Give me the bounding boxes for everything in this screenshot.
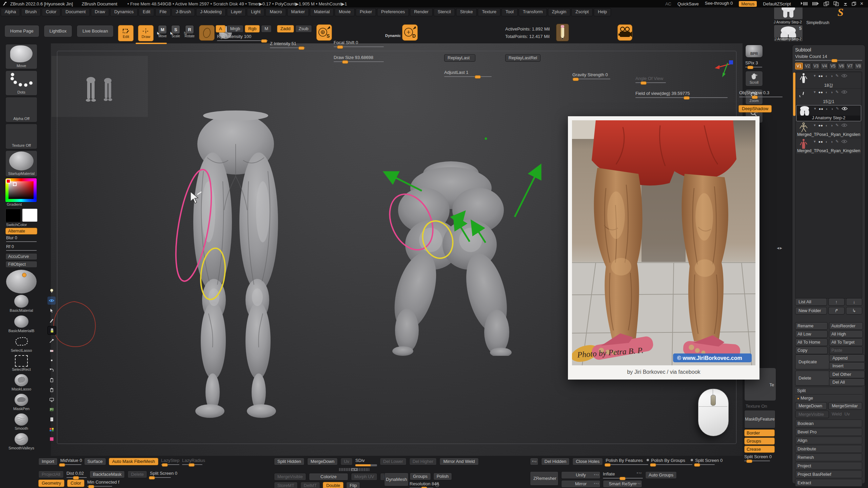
copy-button[interactable]: Copy [795,347,828,354]
menu-document[interactable]: Document [61,8,90,16]
bevel-pro-button[interactable]: Bevel Pro [795,428,862,436]
menus-button[interactable]: Menus [739,1,757,7]
menu-tool[interactable]: Tool [501,8,518,16]
swatch-tool[interactable] [47,435,56,443]
visibility-eye-icon[interactable] [841,123,847,127]
menu-draw[interactable]: Draw [91,8,109,16]
brush-icon[interactable]: ✎ [835,74,839,78]
mask-by-feature-button[interactable]: MaskByFeature [744,410,775,428]
visibility-eye-icon[interactable] [841,90,847,94]
menu-j-brush[interactable]: J-Brush [172,8,195,16]
border-button[interactable]: Border [744,429,775,436]
groups-button[interactable]: Groups [410,473,431,480]
all-low-button[interactable]: All Low [795,330,828,338]
menu-marker[interactable]: Marker [287,8,309,16]
smooth-item[interactable]: Smooth [5,413,37,431]
subtool-thumbnail[interactable] [797,73,812,84]
menu-alpha[interactable]: Alpha [1,8,20,16]
lazystep-slider[interactable]: LazyStep [161,458,179,465]
flip-icon[interactable]: ▾ [814,123,816,127]
smart-resym-button[interactable]: Smart ReSym✕ʏᴢ [603,480,642,488]
crease-button[interactable]: Crease [744,446,775,453]
uv-button[interactable]: Uv [844,411,850,418]
subtool-thumbnail[interactable] [797,106,812,117]
shade-icon[interactable]: ◐ [826,123,828,127]
lightbox-button[interactable]: LightBox [44,25,73,37]
draw-button[interactable]: Draw [138,25,154,41]
brush-icon[interactable]: ✎ [836,106,839,111]
delmt-button[interactable]: DelMT [300,482,320,488]
undo-tool[interactable] [47,366,56,374]
draw-size-slider[interactable]: Draw Size 93.68698 [334,55,384,62]
resolution-slider[interactable]: Resolution 848 [410,481,433,488]
polypaint-icon[interactable]: ●● [818,90,823,94]
groups-button[interactable]: Groups [744,438,775,445]
switch-color[interactable]: SwitchColor [5,209,37,228]
append-button[interactable]: Append [829,354,865,362]
move-up-button[interactable]: ↑ [828,298,845,306]
menu-layer[interactable]: Layer [227,8,246,16]
visibility-eye-icon[interactable] [841,140,847,143]
geometry-button[interactable]: Geometry [38,480,64,487]
surface-button[interactable]: Surface [84,458,106,465]
subtool-thumbnail[interactable] [797,122,812,133]
merge-down-button[interactable]: MergeDown [795,402,827,410]
basic-material-b-item[interactable]: BasicMaterialB [5,315,37,334]
midvalue-0-slider[interactable]: MidValue 0 [60,458,81,465]
lazyradius-slider[interactable]: LazyRadius [182,458,202,465]
weld-button[interactable]: Weld [832,411,842,418]
focal-shift-slider[interactable]: Focal Shift 0 [334,40,384,47]
accucurve-button[interactable]: AccuCurve [5,253,37,260]
toggle-dot-icon[interactable] [691,459,693,461]
min-connected-f-slider[interactable]: Min Connected f [87,480,112,487]
eye-tool[interactable] [47,297,56,305]
trash-tool[interactable] [47,386,56,394]
image-tool[interactable] [47,405,56,413]
subtool-item[interactable]: ▾●●◐◑✎Merged_TPose1_Ryan_Kingslien [796,138,861,154]
align-button[interactable]: Align [795,436,862,444]
menu-macro[interactable]: Macro [265,8,286,16]
deep-shadow-button[interactable]: DeepShadow [738,105,772,113]
mergevisible-button[interactable]: MergeVisible [274,473,306,481]
contrast-icon[interactable]: ◑ [831,107,833,111]
auto-mask-fibermesh-button[interactable]: Auto Mask FiberMesh [109,458,158,465]
polypaint-icon[interactable]: ●● [818,140,823,144]
live-boolean-button[interactable]: Live Boolean [77,25,114,37]
material-selector[interactable]: StartupMaterial [5,150,37,177]
menu-j-modeling[interactable]: J-Modeling [196,8,226,16]
color-sphere-marker[interactable] [22,273,26,277]
alpha-quick-button[interactable]: A [216,25,225,33]
flip-icon[interactable]: ▾ [814,74,816,78]
menu-brush[interactable]: Brush [21,8,41,16]
cursor-tool[interactable] [47,306,56,314]
subtool-tab-v3[interactable]: V3 [812,63,820,69]
import-button[interactable]: Import [38,458,58,465]
dist-0-02-slider[interactable]: Dist 0.02 [66,471,87,478]
mirror-button[interactable]: Mirror✕ʏᴢ [561,480,600,488]
menu-file[interactable]: File [155,8,171,16]
subtool-tab-v7[interactable]: V7 [846,63,854,69]
shade-icon[interactable]: ◐ [826,107,828,111]
mrgb-button[interactable]: Mrgb [227,25,244,33]
quicksave-button[interactable]: QuickSave [677,1,699,6]
brush-icon[interactable]: ✎ [835,139,839,144]
close-icon[interactable]: × [860,1,863,7]
menu-movie[interactable]: Movie [335,8,355,16]
menu-transform[interactable]: Transform [519,8,547,16]
select-lasso-item[interactable]: SelectLasso [5,335,37,353]
home-page-button[interactable]: Home Page [4,25,39,37]
inflate-slider[interactable]: Inflate✕ʏᴢ [603,471,643,479]
project-basrelief-button[interactable]: Project BasRelief [795,470,862,478]
sv-marker[interactable] [13,182,17,186]
polish-button[interactable]: Polish [433,473,452,480]
remesh-button[interactable]: Remesh [795,453,862,461]
polypaint-icon[interactable]: ●● [818,123,823,127]
shade-icon[interactable]: ◐ [826,74,828,78]
mergedown-button[interactable]: MergeDown [307,458,338,465]
palette-stack2-icon[interactable] [833,1,839,6]
boolean-button[interactable]: Boolean [795,420,862,427]
monitor-tool[interactable] [47,395,56,404]
unify-button[interactable]: Unify✕ʏᴢ [561,471,600,479]
list-all-button[interactable]: List All [795,298,827,306]
current-brush-button[interactable] [199,25,215,41]
